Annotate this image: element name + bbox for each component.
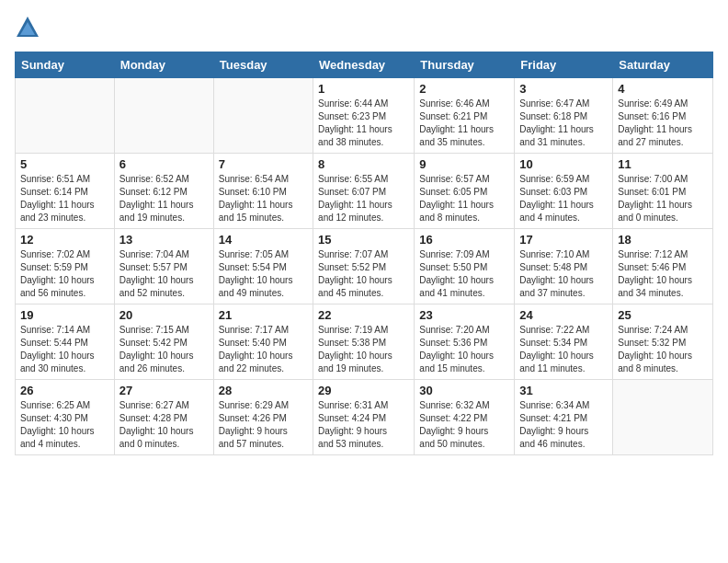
calendar-cell: 28Sunrise: 6:29 AM Sunset: 4:26 PM Dayli… (213, 380, 313, 455)
day-header-saturday: Saturday (613, 52, 713, 78)
calendar-cell (613, 380, 713, 455)
day-number: 27 (119, 384, 209, 397)
calendar-cell (114, 78, 213, 154)
calendar-cell: 6Sunrise: 6:52 AM Sunset: 6:12 PM Daylig… (114, 154, 213, 229)
day-info: Sunrise: 6:34 AM Sunset: 4:21 PM Dayligh… (519, 399, 608, 451)
day-info: Sunrise: 6:59 AM Sunset: 6:03 PM Dayligh… (519, 173, 608, 224)
day-info: Sunrise: 7:04 AM Sunset: 5:57 PM Dayligh… (119, 248, 209, 300)
calendar-week-row: 12Sunrise: 7:02 AM Sunset: 5:59 PM Dayli… (16, 229, 713, 304)
day-number: 7 (219, 157, 308, 171)
calendar-cell: 24Sunrise: 7:22 AM Sunset: 5:34 PM Dayli… (515, 304, 613, 380)
calendar-cell: 18Sunrise: 7:12 AM Sunset: 5:46 PM Dayli… (613, 229, 713, 304)
calendar-cell: 22Sunrise: 7:19 AM Sunset: 5:38 PM Dayli… (313, 304, 415, 380)
day-number: 10 (519, 157, 608, 171)
day-number: 1 (318, 82, 409, 96)
day-header-thursday: Thursday (415, 52, 515, 78)
calendar-week-row: 5Sunrise: 6:51 AM Sunset: 6:14 PM Daylig… (16, 154, 713, 229)
day-number: 8 (318, 157, 409, 171)
calendar-cell: 11Sunrise: 7:00 AM Sunset: 6:01 PM Dayli… (613, 154, 713, 229)
calendar-cell: 26Sunrise: 6:25 AM Sunset: 4:30 PM Dayli… (16, 380, 115, 455)
day-number: 25 (618, 308, 708, 322)
day-number: 18 (618, 233, 708, 247)
calendar-cell: 17Sunrise: 7:10 AM Sunset: 5:48 PM Dayli… (515, 229, 613, 304)
calendar-cell (16, 78, 115, 154)
day-info: Sunrise: 7:17 AM Sunset: 5:40 PM Dayligh… (219, 324, 308, 375)
day-info: Sunrise: 7:12 AM Sunset: 5:46 PM Dayligh… (618, 248, 708, 300)
day-number: 4 (618, 82, 708, 96)
day-info: Sunrise: 6:29 AM Sunset: 4:26 PM Dayligh… (219, 399, 308, 451)
calendar-cell: 4Sunrise: 6:49 AM Sunset: 6:16 PM Daylig… (613, 78, 713, 154)
day-info: Sunrise: 7:05 AM Sunset: 5:54 PM Dayligh… (219, 248, 308, 300)
calendar-cell: 9Sunrise: 6:57 AM Sunset: 6:05 PM Daylig… (415, 154, 515, 229)
calendar-cell: 3Sunrise: 6:47 AM Sunset: 6:18 PM Daylig… (515, 78, 613, 154)
day-number: 31 (519, 384, 608, 397)
day-info: Sunrise: 7:20 AM Sunset: 5:36 PM Dayligh… (419, 324, 509, 375)
calendar-cell: 2Sunrise: 6:46 AM Sunset: 6:21 PM Daylig… (415, 78, 515, 154)
calendar-cell: 20Sunrise: 7:15 AM Sunset: 5:42 PM Dayli… (114, 304, 213, 380)
day-number: 21 (219, 308, 308, 322)
logo-icon (15, 15, 40, 40)
calendar-cell: 27Sunrise: 6:27 AM Sunset: 4:28 PM Dayli… (114, 380, 213, 455)
day-number: 2 (419, 82, 509, 96)
calendar-cell: 19Sunrise: 7:14 AM Sunset: 5:44 PM Dayli… (16, 304, 115, 380)
day-header-monday: Monday (114, 52, 213, 78)
calendar-cell: 31Sunrise: 6:34 AM Sunset: 4:21 PM Dayli… (515, 380, 613, 455)
calendar-cell: 7Sunrise: 6:54 AM Sunset: 6:10 PM Daylig… (213, 154, 313, 229)
calendar-cell: 25Sunrise: 7:24 AM Sunset: 5:32 PM Dayli… (613, 304, 713, 380)
day-header-wednesday: Wednesday (313, 52, 415, 78)
day-info: Sunrise: 6:25 AM Sunset: 4:30 PM Dayligh… (20, 399, 109, 451)
calendar-cell: 30Sunrise: 6:32 AM Sunset: 4:22 PM Dayli… (415, 380, 515, 455)
calendar-cell: 16Sunrise: 7:09 AM Sunset: 5:50 PM Dayli… (415, 229, 515, 304)
day-number: 16 (419, 233, 509, 247)
calendar-cell: 15Sunrise: 7:07 AM Sunset: 5:52 PM Dayli… (313, 229, 415, 304)
day-info: Sunrise: 7:07 AM Sunset: 5:52 PM Dayligh… (318, 248, 409, 300)
calendar-cell: 29Sunrise: 6:31 AM Sunset: 4:24 PM Dayli… (313, 380, 415, 455)
day-number: 24 (519, 308, 608, 322)
day-number: 26 (20, 384, 109, 397)
day-info: Sunrise: 7:24 AM Sunset: 5:32 PM Dayligh… (618, 324, 708, 375)
day-info: Sunrise: 6:32 AM Sunset: 4:22 PM Dayligh… (419, 399, 509, 451)
day-info: Sunrise: 6:54 AM Sunset: 6:10 PM Dayligh… (219, 173, 308, 224)
day-number: 6 (119, 157, 209, 171)
day-number: 9 (419, 157, 509, 171)
calendar-cell: 21Sunrise: 7:17 AM Sunset: 5:40 PM Dayli… (213, 304, 313, 380)
day-info: Sunrise: 6:57 AM Sunset: 6:05 PM Dayligh… (419, 173, 509, 224)
calendar-table: SundayMondayTuesdayWednesdayThursdayFrid… (15, 52, 713, 455)
day-info: Sunrise: 6:47 AM Sunset: 6:18 PM Dayligh… (519, 98, 608, 149)
calendar-cell: 10Sunrise: 6:59 AM Sunset: 6:03 PM Dayli… (515, 154, 613, 229)
day-info: Sunrise: 6:49 AM Sunset: 6:16 PM Dayligh… (618, 98, 708, 149)
day-info: Sunrise: 7:22 AM Sunset: 5:34 PM Dayligh… (519, 324, 608, 375)
day-number: 14 (219, 233, 308, 247)
calendar-header-row: SundayMondayTuesdayWednesdayThursdayFrid… (16, 52, 713, 78)
calendar-week-row: 26Sunrise: 6:25 AM Sunset: 4:30 PM Dayli… (16, 380, 713, 455)
day-info: Sunrise: 6:31 AM Sunset: 4:24 PM Dayligh… (318, 399, 409, 451)
day-info: Sunrise: 7:09 AM Sunset: 5:50 PM Dayligh… (419, 248, 509, 300)
day-info: Sunrise: 7:15 AM Sunset: 5:42 PM Dayligh… (119, 324, 209, 375)
day-number: 23 (419, 308, 509, 322)
day-header-sunday: Sunday (16, 52, 115, 78)
calendar-cell: 5Sunrise: 6:51 AM Sunset: 6:14 PM Daylig… (16, 154, 115, 229)
day-number: 3 (519, 82, 608, 96)
day-number: 13 (119, 233, 209, 247)
day-info: Sunrise: 6:51 AM Sunset: 6:14 PM Dayligh… (20, 173, 109, 224)
calendar-cell: 1Sunrise: 6:44 AM Sunset: 6:23 PM Daylig… (313, 78, 415, 154)
day-info: Sunrise: 6:46 AM Sunset: 6:21 PM Dayligh… (419, 98, 509, 149)
calendar-cell: 8Sunrise: 6:55 AM Sunset: 6:07 PM Daylig… (313, 154, 415, 229)
day-info: Sunrise: 7:02 AM Sunset: 5:59 PM Dayligh… (20, 248, 109, 300)
day-info: Sunrise: 7:14 AM Sunset: 5:44 PM Dayligh… (20, 324, 109, 375)
calendar-cell: 12Sunrise: 7:02 AM Sunset: 5:59 PM Dayli… (16, 229, 115, 304)
day-number: 5 (20, 157, 109, 171)
day-number: 11 (618, 157, 708, 171)
day-number: 29 (318, 384, 409, 397)
day-number: 20 (119, 308, 209, 322)
calendar-week-row: 1Sunrise: 6:44 AM Sunset: 6:23 PM Daylig… (16, 78, 713, 154)
calendar-week-row: 19Sunrise: 7:14 AM Sunset: 5:44 PM Dayli… (16, 304, 713, 380)
day-info: Sunrise: 7:10 AM Sunset: 5:48 PM Dayligh… (519, 248, 608, 300)
day-number: 22 (318, 308, 409, 322)
calendar-cell (213, 78, 313, 154)
day-number: 19 (20, 308, 109, 322)
logo (15, 15, 44, 40)
calendar-cell: 14Sunrise: 7:05 AM Sunset: 5:54 PM Dayli… (213, 229, 313, 304)
calendar-cell: 13Sunrise: 7:04 AM Sunset: 5:57 PM Dayli… (114, 229, 213, 304)
day-number: 17 (519, 233, 608, 247)
